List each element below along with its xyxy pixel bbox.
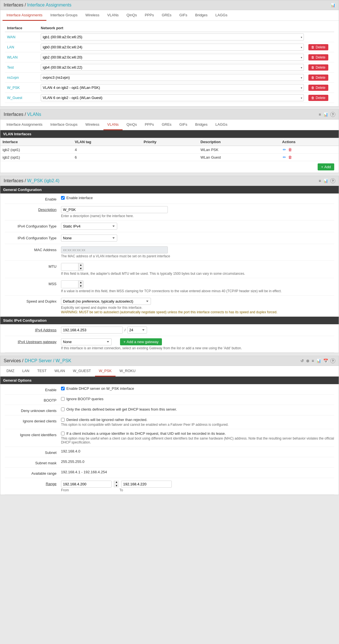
range-from-input[interactable] — [61, 481, 112, 488]
mtu-increment-btn[interactable]: ▲ — [78, 263, 83, 267]
ipv4-config-select[interactable]: Static IPv4 — [61, 223, 117, 230]
tab-vlans-2[interactable]: VLANs — [103, 120, 123, 130]
mss-decrement-btn[interactable]: ▼ — [78, 284, 83, 288]
upstream-select[interactable]: None — [61, 338, 112, 345]
tab-gifs-1[interactable]: GIFs — [175, 10, 191, 21]
delete-button[interactable]: 🗑Delete — [308, 85, 328, 91]
vlan-edit-icon[interactable]: ✏ — [283, 155, 286, 159]
help-icon-3[interactable]: ? — [330, 178, 335, 183]
breadcrumb-dhcp[interactable]: DHCP Server / — [25, 358, 55, 363]
bootp-checkbox[interactable] — [61, 397, 65, 401]
ignore-denied-checkbox-label[interactable]: Denied clients will be ignored rather th… — [61, 418, 334, 422]
tab-qinqs-1[interactable]: QinQs — [123, 10, 141, 21]
speed-duplex-select[interactable]: Default (no preference, typically autose… — [61, 298, 151, 305]
port-select[interactable]: igb4 (00:08:a2:0c:e6:22) — [41, 64, 304, 71]
tab-laggs-1[interactable]: LAGGs — [211, 10, 231, 21]
delete-button[interactable]: 🗑Delete — [308, 75, 328, 81]
cidr-select[interactable]: 24 — [127, 326, 147, 334]
delete-button[interactable]: 🗑Delete — [308, 95, 328, 101]
tab-interface-groups-1[interactable]: Interface Groups — [46, 10, 82, 21]
tab-ppps-1[interactable]: PPPs — [141, 10, 158, 21]
tab-bridges-1[interactable]: Bridges — [191, 10, 211, 21]
reload-icon-4[interactable]: ↺ — [300, 359, 304, 363]
interface-link[interactable]: WAN — [7, 35, 15, 39]
tab-gres-2[interactable]: GREs — [158, 120, 175, 130]
tab-interface-assignments-1[interactable]: Interface Assignments — [3, 10, 46, 21]
tab-ppps-2[interactable]: PPPs — [141, 120, 158, 130]
ipv6-config-select[interactable]: None — [61, 235, 117, 242]
tab-dmz[interactable]: DMZ — [3, 366, 18, 377]
chart-icon-1[interactable]: 📊 — [331, 3, 335, 7]
port-select[interactable]: VLAN 4 on igb2 - opt1 (WLan PSK) — [41, 84, 304, 91]
tab-interface-assignments-2[interactable]: Interface Assignments — [3, 120, 46, 130]
tab-bridges-2[interactable]: Bridges — [191, 120, 211, 130]
stop-icon-4[interactable]: ⊗ — [306, 359, 309, 363]
vlan-delete-icon[interactable]: 🗑 — [288, 147, 292, 152]
breadcrumb-link-1[interactable]: Interface Assignments — [27, 3, 71, 7]
delete-button[interactable]: 🗑Delete — [308, 54, 328, 60]
help-icon-2[interactable]: ? — [330, 112, 335, 117]
add-gateway-button[interactable]: + Add a new gateway — [120, 338, 162, 345]
settings-icon-2[interactable]: ≡ — [319, 112, 321, 117]
tab-qinqs-2[interactable]: QinQs — [123, 120, 141, 130]
breadcrumb-wpsk[interactable]: W_PSK — [56, 358, 71, 363]
chart-icon-3[interactable]: 📊 — [323, 179, 328, 183]
interface-link[interactable]: LAN — [7, 45, 14, 49]
bootp-checkbox-label[interactable]: Ignore BOOTP queries — [61, 397, 334, 401]
tab-wroku[interactable]: W_ROKU — [116, 366, 139, 377]
vlan-edit-icon[interactable]: ✏ — [283, 147, 286, 152]
range-to-input[interactable] — [121, 481, 172, 488]
ipv4-address-input[interactable] — [61, 326, 123, 334]
enable-checkbox-label[interactable]: Enable interface — [61, 196, 334, 200]
mss-increment-btn[interactable]: ▲ — [78, 281, 83, 284]
tab-wireless-2[interactable]: Wireless — [82, 120, 103, 130]
enable-checkbox[interactable] — [61, 196, 65, 200]
tab-wpsk-dhcp[interactable]: W_PSK — [95, 366, 116, 377]
port-select[interactable]: ovpnc3 (ns1vpn) — [41, 74, 304, 81]
help-icon-4[interactable]: ? — [330, 358, 335, 363]
interface-link[interactable]: W_Guest — [7, 96, 22, 100]
add-vlan-button[interactable]: + Add — [318, 163, 334, 170]
port-select[interactable]: igb2 (00:08:a2:0c:e6:20) — [41, 54, 304, 61]
tab-wguest[interactable]: W_GUEST — [69, 366, 95, 377]
tab-gifs-2[interactable]: GIFs — [175, 120, 191, 130]
breadcrumb-link-2[interactable]: VLANs — [27, 112, 41, 117]
interface-link[interactable]: W_PSK — [7, 85, 20, 90]
tab-gres-1[interactable]: GREs — [158, 10, 175, 21]
ignore-denied-checkbox[interactable] — [61, 418, 65, 422]
tab-laggs-2[interactable]: LAGGs — [211, 120, 231, 130]
dhcp-enable-checkbox-label[interactable]: Enable DHCP server on W_PSK interface — [61, 386, 334, 391]
breadcrumb-link-3[interactable]: W_PSK (igb2.4) — [27, 178, 60, 183]
vlan-delete-icon[interactable]: 🗑 — [288, 155, 292, 159]
port-select[interactable]: igb0 (00:08:a2:0c:e6:24) — [41, 44, 304, 51]
tab-interface-groups-2[interactable]: Interface Groups — [46, 120, 82, 130]
interface-link[interactable]: ns1vpn — [7, 75, 19, 80]
chart-icon-2[interactable]: 📊 — [323, 112, 328, 117]
deny-unknown-checkbox[interactable] — [61, 407, 65, 411]
mtu-input[interactable] — [61, 263, 78, 271]
dhcp-enable-checkbox[interactable] — [61, 387, 65, 390]
delete-button[interactable]: 🗑Delete — [308, 44, 328, 50]
tab-wireless-1[interactable]: Wireless — [82, 10, 103, 21]
interface-link[interactable]: WLAN — [7, 55, 18, 59]
calendar-icon-4[interactable]: 📅 — [323, 359, 328, 363]
settings-icon-3[interactable]: ≡ — [319, 179, 321, 183]
ignore-identifiers-checkbox-label[interactable]: If a client includes a unique identifier… — [61, 431, 334, 436]
settings-icon-4[interactable]: ≡ — [312, 359, 314, 363]
range-from-increment[interactable]: ▲ — [114, 480, 119, 484]
delete-button[interactable]: 🗑Delete — [308, 64, 328, 71]
chart-icon-4[interactable]: 📊 — [316, 359, 321, 363]
range-from-decrement[interactable]: ▼ — [114, 484, 119, 488]
port-select[interactable]: igb1 (00:08:a2:0c:e6:25) — [41, 33, 304, 40]
mtu-decrement-btn[interactable]: ▼ — [78, 267, 83, 271]
mac-address-input[interactable] — [61, 246, 168, 253]
ignore-identifiers-checkbox[interactable] — [61, 432, 65, 435]
port-select[interactable]: VLAN 6 on igb2 - opt1 (WLan Guest) — [41, 94, 304, 101]
mss-input[interactable] — [61, 281, 78, 288]
deny-unknown-checkbox-label[interactable]: Only the clients defined below will get … — [61, 407, 334, 411]
tab-vlans-1[interactable]: VLANs — [103, 10, 123, 21]
description-input[interactable] — [61, 206, 168, 213]
tab-test[interactable]: TEST — [33, 366, 50, 377]
tab-wlan[interactable]: WLAN — [51, 366, 69, 377]
tab-lan[interactable]: LAN — [18, 366, 33, 377]
